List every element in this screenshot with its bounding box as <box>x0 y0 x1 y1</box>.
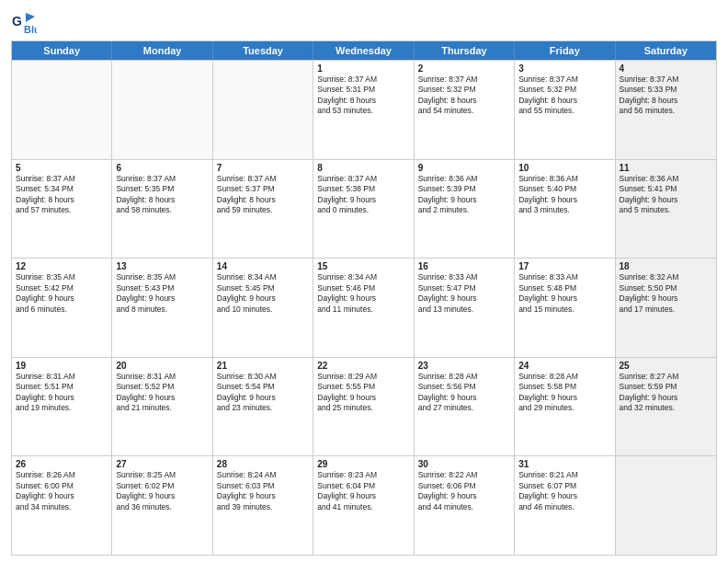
weekday-header-tuesday: Tuesday <box>213 41 313 60</box>
cell-info-text: Sunrise: 8:36 AM Sunset: 5:41 PM Dayligh… <box>620 174 712 216</box>
weekday-header-wednesday: Wednesday <box>313 41 414 60</box>
day-number: 20 <box>116 361 208 371</box>
cell-info-text: Sunrise: 8:21 AM Sunset: 6:07 PM Dayligh… <box>518 470 610 512</box>
cell-info-text: Sunrise: 8:29 AM Sunset: 5:55 PM Dayligh… <box>317 372 409 414</box>
calendar-cell-empty <box>616 456 716 555</box>
day-number: 5 <box>16 163 108 173</box>
calendar-row-1: 5Sunrise: 8:37 AM Sunset: 5:34 PM Daylig… <box>12 159 716 259</box>
day-number: 11 <box>620 163 712 173</box>
calendar-cell-day-5: 5Sunrise: 8:37 AM Sunset: 5:34 PM Daylig… <box>12 160 112 259</box>
weekday-header-monday: Monday <box>112 41 212 60</box>
calendar-row-2: 12Sunrise: 8:35 AM Sunset: 5:42 PM Dayli… <box>12 258 716 357</box>
calendar-row-0: 1Sunrise: 8:37 AM Sunset: 5:31 PM Daylig… <box>12 60 716 159</box>
day-number: 24 <box>518 361 610 371</box>
day-number: 10 <box>518 163 610 173</box>
day-number: 30 <box>418 459 510 469</box>
day-number: 4 <box>620 63 712 74</box>
calendar-cell-day-16: 16Sunrise: 8:33 AM Sunset: 5:47 PM Dayli… <box>415 259 515 357</box>
day-number: 8 <box>317 163 409 173</box>
calendar-cell-day-4: 4Sunrise: 8:37 AM Sunset: 5:33 PM Daylig… <box>616 61 716 159</box>
calendar-cell-day-14: 14Sunrise: 8:34 AM Sunset: 5:45 PM Dayli… <box>213 259 313 357</box>
svg-text:Blue: Blue <box>24 24 37 35</box>
day-number: 16 <box>418 261 510 271</box>
calendar-cell-day-25: 25Sunrise: 8:27 AM Sunset: 5:59 PM Dayli… <box>616 358 716 456</box>
cell-info-text: Sunrise: 8:36 AM Sunset: 5:39 PM Dayligh… <box>418 174 510 216</box>
calendar: SundayMondayTuesdayWednesdayThursdayFrid… <box>11 40 717 556</box>
cell-info-text: Sunrise: 8:31 AM Sunset: 5:51 PM Dayligh… <box>16 372 108 414</box>
calendar-cell-day-18: 18Sunrise: 8:32 AM Sunset: 5:50 PM Dayli… <box>616 259 716 357</box>
svg-text:G: G <box>12 14 22 29</box>
calendar-cell-day-22: 22Sunrise: 8:29 AM Sunset: 5:55 PM Dayli… <box>313 358 414 456</box>
cell-info-text: Sunrise: 8:37 AM Sunset: 5:37 PM Dayligh… <box>217 174 309 216</box>
weekday-header-sunday: Sunday <box>12 41 112 60</box>
day-number: 17 <box>518 261 610 271</box>
day-number: 12 <box>16 261 108 271</box>
cell-info-text: Sunrise: 8:37 AM Sunset: 5:32 PM Dayligh… <box>518 75 610 117</box>
day-number: 3 <box>518 63 610 74</box>
cell-info-text: Sunrise: 8:36 AM Sunset: 5:40 PM Dayligh… <box>518 174 610 216</box>
calendar-cell-day-19: 19Sunrise: 8:31 AM Sunset: 5:51 PM Dayli… <box>12 358 112 456</box>
calendar-cell-day-24: 24Sunrise: 8:28 AM Sunset: 5:58 PM Dayli… <box>515 358 615 456</box>
day-number: 19 <box>16 361 108 371</box>
calendar-cell-day-17: 17Sunrise: 8:33 AM Sunset: 5:48 PM Dayli… <box>515 259 615 357</box>
cell-info-text: Sunrise: 8:33 AM Sunset: 5:48 PM Dayligh… <box>518 272 610 315</box>
cell-info-text: Sunrise: 8:26 AM Sunset: 6:00 PM Dayligh… <box>16 470 108 512</box>
calendar-cell-day-11: 11Sunrise: 8:36 AM Sunset: 5:41 PM Dayli… <box>616 160 716 259</box>
day-number: 9 <box>418 163 510 173</box>
calendar-cell-day-30: 30Sunrise: 8:22 AM Sunset: 6:06 PM Dayli… <box>415 456 515 555</box>
cell-info-text: Sunrise: 8:28 AM Sunset: 5:56 PM Dayligh… <box>418 372 510 414</box>
cell-info-text: Sunrise: 8:27 AM Sunset: 5:59 PM Dayligh… <box>620 372 712 414</box>
weekday-header-saturday: Saturday <box>616 41 716 60</box>
calendar-cell-day-15: 15Sunrise: 8:34 AM Sunset: 5:46 PM Dayli… <box>313 259 414 357</box>
cell-info-text: Sunrise: 8:37 AM Sunset: 5:34 PM Dayligh… <box>16 174 108 216</box>
calendar-cell-day-20: 20Sunrise: 8:31 AM Sunset: 5:52 PM Dayli… <box>112 358 212 456</box>
cell-info-text: Sunrise: 8:22 AM Sunset: 6:06 PM Dayligh… <box>418 470 510 512</box>
calendar-cell-day-10: 10Sunrise: 8:36 AM Sunset: 5:40 PM Dayli… <box>515 160 615 259</box>
cell-info-text: Sunrise: 8:37 AM Sunset: 5:33 PM Dayligh… <box>620 75 712 117</box>
cell-info-text: Sunrise: 8:30 AM Sunset: 5:54 PM Dayligh… <box>217 372 309 414</box>
calendar-cell-day-7: 7Sunrise: 8:37 AM Sunset: 5:37 PM Daylig… <box>213 160 313 259</box>
cell-info-text: Sunrise: 8:33 AM Sunset: 5:47 PM Dayligh… <box>418 272 510 315</box>
day-number: 18 <box>620 261 712 271</box>
calendar-cell-day-2: 2Sunrise: 8:37 AM Sunset: 5:32 PM Daylig… <box>415 61 515 159</box>
calendar-body: 1Sunrise: 8:37 AM Sunset: 5:31 PM Daylig… <box>12 60 716 555</box>
calendar-row-3: 19Sunrise: 8:31 AM Sunset: 5:51 PM Dayli… <box>12 357 716 456</box>
day-number: 7 <box>217 163 309 173</box>
calendar-cell-day-23: 23Sunrise: 8:28 AM Sunset: 5:56 PM Dayli… <box>415 358 515 456</box>
calendar-cell-day-26: 26Sunrise: 8:26 AM Sunset: 6:00 PM Dayli… <box>12 456 112 555</box>
day-number: 15 <box>317 261 409 271</box>
cell-info-text: Sunrise: 8:25 AM Sunset: 6:02 PM Dayligh… <box>116 470 208 512</box>
calendar-cell-day-29: 29Sunrise: 8:23 AM Sunset: 6:04 PM Dayli… <box>313 456 414 555</box>
logo: G Blue <box>11 9 40 35</box>
calendar-cell-empty <box>112 61 212 159</box>
day-number: 21 <box>217 361 309 371</box>
calendar-cell-day-28: 28Sunrise: 8:24 AM Sunset: 6:03 PM Dayli… <box>213 456 313 555</box>
cell-info-text: Sunrise: 8:28 AM Sunset: 5:58 PM Dayligh… <box>518 372 610 414</box>
calendar-cell-day-1: 1Sunrise: 8:37 AM Sunset: 5:31 PM Daylig… <box>313 61 414 159</box>
day-number: 26 <box>16 459 108 469</box>
day-number: 29 <box>317 459 409 469</box>
day-number: 14 <box>217 261 309 271</box>
logo-icon: G Blue <box>11 9 37 35</box>
cell-info-text: Sunrise: 8:37 AM Sunset: 5:32 PM Dayligh… <box>418 75 510 117</box>
day-number: 27 <box>116 459 208 469</box>
cell-info-text: Sunrise: 8:37 AM Sunset: 5:38 PM Dayligh… <box>317 174 409 216</box>
calendar-cell-day-21: 21Sunrise: 8:30 AM Sunset: 5:54 PM Dayli… <box>213 358 313 456</box>
cell-info-text: Sunrise: 8:32 AM Sunset: 5:50 PM Dayligh… <box>620 272 712 315</box>
calendar-cell-day-6: 6Sunrise: 8:37 AM Sunset: 5:35 PM Daylig… <box>112 160 212 259</box>
cell-info-text: Sunrise: 8:37 AM Sunset: 5:35 PM Dayligh… <box>116 174 208 216</box>
day-number: 28 <box>217 459 309 469</box>
calendar-cell-day-13: 13Sunrise: 8:35 AM Sunset: 5:43 PM Dayli… <box>112 259 212 357</box>
cell-info-text: Sunrise: 8:24 AM Sunset: 6:03 PM Dayligh… <box>217 470 309 512</box>
calendar-cell-empty <box>12 61 112 159</box>
day-number: 22 <box>317 361 409 371</box>
day-number: 1 <box>317 63 409 74</box>
day-number: 6 <box>116 163 208 173</box>
cell-info-text: Sunrise: 8:23 AM Sunset: 6:04 PM Dayligh… <box>317 470 409 512</box>
calendar-cell-day-3: 3Sunrise: 8:37 AM Sunset: 5:32 PM Daylig… <box>515 61 615 159</box>
calendar-cell-day-9: 9Sunrise: 8:36 AM Sunset: 5:39 PM Daylig… <box>415 160 515 259</box>
calendar-cell-day-12: 12Sunrise: 8:35 AM Sunset: 5:42 PM Dayli… <box>12 259 112 357</box>
weekday-header-thursday: Thursday <box>415 41 515 60</box>
cell-info-text: Sunrise: 8:34 AM Sunset: 5:45 PM Dayligh… <box>217 272 309 315</box>
calendar-cell-day-27: 27Sunrise: 8:25 AM Sunset: 6:02 PM Dayli… <box>112 456 212 555</box>
